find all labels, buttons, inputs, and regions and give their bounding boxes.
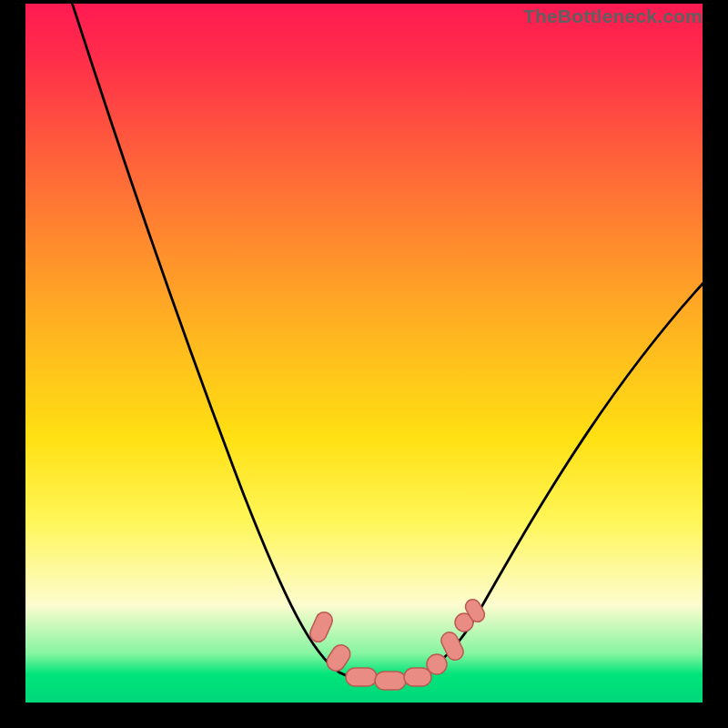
svg-rect-4	[404, 668, 431, 686]
svg-point-5	[427, 654, 447, 674]
chart-frame: TheBottleneck.com	[0, 0, 728, 728]
valley-markers	[308, 597, 488, 690]
svg-rect-2	[346, 668, 377, 686]
svg-rect-0	[308, 610, 335, 644]
bottleneck-curve	[66, 4, 703, 682]
svg-rect-3	[375, 672, 406, 690]
plot-area	[25, 4, 703, 703]
attribution-watermark: TheBottleneck.com	[523, 5, 703, 27]
curve-layer	[25, 4, 703, 703]
